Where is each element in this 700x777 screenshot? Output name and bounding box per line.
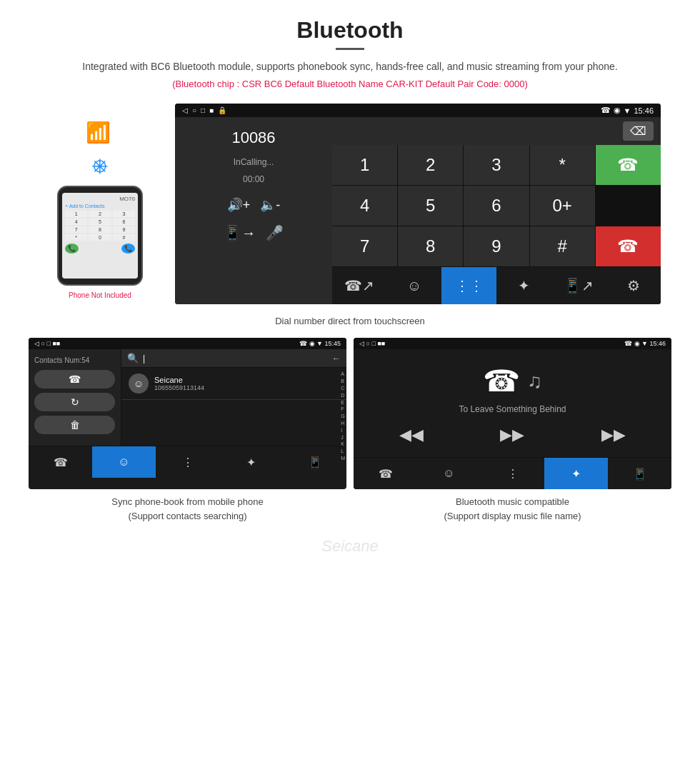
contacts-statusbar-left: ◁ ○ □ ■■ — [34, 340, 60, 347]
statusbar-info: ☎ ◉ ▼ 15:46 — [601, 106, 654, 115]
key-star[interactable]: * — [530, 145, 595, 185]
numpad-grid: 1 2 3 * ☎ 4 5 6 0+ 7 8 9 # ☎ — [332, 145, 661, 266]
phone-device-image: MO70 + Add to Contacts 1 2 3 4 5 6 7 8 9… — [57, 186, 143, 286]
mb-bluetooth-icon[interactable]: ✦ — [544, 458, 608, 489]
search-back-icon: ← — [331, 353, 341, 364]
contacts-bottom-bar: ☎ ☺ ⋮ ✦ 📱 — [29, 446, 346, 478]
music-statusbar-left: ◁ ○ □ ■■ — [359, 340, 385, 347]
key-5[interactable]: 5 — [398, 186, 463, 226]
calling-status: InCalling... — [186, 157, 321, 167]
end-call-button[interactable]: ☎ — [596, 226, 661, 266]
contacts-caption-line2: (Support contacts searching) — [128, 511, 246, 521]
dialer-number-display: 10086 — [186, 129, 321, 147]
contacts-caption: Sync phone-book from mobile phone (Suppo… — [29, 495, 346, 534]
alpha-index: ABC DEF GHI JKL M — [341, 371, 345, 461]
transfer-button[interactable]: 📱→ — [224, 224, 256, 241]
notification-icon: ■ — [209, 106, 214, 114]
bluetooth-icon: 📶 — [86, 121, 111, 144]
search-input-display: | — [143, 354, 327, 364]
bottom-settings-icon[interactable]: ⚙ — [606, 267, 661, 304]
dialer-bottom-bar: ☎↗ ☺ ⋮⋮ ✦ 📱↗ ⚙ — [332, 266, 661, 304]
call-button[interactable]: ☎ — [596, 145, 661, 185]
phone-screen-top: MO70 — [65, 196, 135, 202]
lower-captions: Sync phone-book from mobile phone (Suppo… — [0, 495, 700, 534]
cb-phone-icon[interactable]: ☎ — [29, 446, 92, 478]
key-1[interactable]: 1 — [332, 145, 397, 185]
call-timer: 00:00 — [186, 174, 321, 184]
backspace-button[interactable]: ⌫ — [623, 121, 654, 141]
key-6[interactable]: 6 — [464, 186, 529, 226]
ch-icon: ○ — [41, 340, 45, 347]
mb-transfer-icon[interactable]: 📱 — [608, 458, 671, 489]
phone-not-included-label: Phone Not Included — [69, 291, 131, 299]
key-0plus[interactable]: 0+ — [530, 186, 595, 226]
cb-contacts-icon[interactable]: ☺ — [92, 446, 156, 478]
mb-phone-icon[interactable]: ☎ — [354, 458, 417, 489]
prev-track-button[interactable]: ◀◀ — [399, 426, 424, 444]
wifi-icon: ▼ — [624, 106, 631, 115]
key-2[interactable]: 2 — [398, 145, 463, 185]
mini-numpad: 1 2 3 4 5 6 7 8 9 * 0 # — [65, 211, 135, 241]
phone-screen: MO70 + Add to Contacts 1 2 3 4 5 6 7 8 9… — [62, 193, 138, 279]
contacts-caption-line1: Sync phone-book from mobile phone — [111, 496, 263, 507]
bottom-bluetooth-icon[interactable]: ✦ — [496, 267, 551, 304]
key-hash[interactable]: # — [530, 226, 595, 266]
statusbar-nav: ◁ ○ □ ■ 🔒 — [182, 106, 226, 114]
back-icon: ◁ — [182, 106, 188, 114]
cr-icon: □ — [46, 340, 50, 347]
page-title: Bluetooth — [14, 17, 686, 44]
vol-up-button[interactable]: 🔊+ — [227, 197, 251, 213]
cb-transfer-icon[interactable]: 📱 — [283, 446, 346, 478]
play-pause-button[interactable]: ▶▶ — [500, 426, 524, 444]
lower-screens-area: ◁ ○ □ ■■ ☎ ◉ ▼ 15:45 Contacts Num:54 ☎ ↻… — [0, 338, 700, 489]
music-caption: Bluetooth music compatible (Support disp… — [354, 495, 671, 534]
next-track-button[interactable]: ▶▶ — [601, 426, 626, 444]
contact-avatar: ☺ — [129, 374, 149, 393]
bottom-transfer-icon[interactable]: 📱↗ — [551, 267, 606, 304]
header-description: Integrated with BC6 Bluetooth module, su… — [14, 59, 686, 74]
key-3[interactable]: 3 — [464, 145, 529, 185]
bottom-phone-icon[interactable]: ☎↗ — [332, 267, 387, 304]
page-header: Bluetooth Integrated with BC6 Bluetooth … — [0, 0, 700, 104]
contacts-sidebar: Contacts Num:54 ☎ ↻ 🗑 — [29, 349, 121, 446]
contacts-search-bar[interactable]: 🔍 | ← — [121, 349, 346, 368]
recents-icon: □ — [201, 106, 205, 114]
call-action-button[interactable]: ☎ — [34, 370, 115, 388]
contact-number: 10655059113144 — [154, 384, 339, 391]
key-8[interactable]: 8 — [398, 226, 463, 266]
mb-dialpad-icon[interactable]: ⋮ — [481, 458, 544, 489]
cb-bluetooth-icon[interactable]: ✦ — [219, 446, 283, 478]
mb-contacts-icon[interactable]: ☺ — [417, 458, 481, 489]
music-icon-area: ☎ ♫ — [483, 364, 542, 398]
contacts-screen: ◁ ○ □ ■■ ☎ ◉ ▼ 15:45 Contacts Num:54 ☎ ↻… — [29, 338, 346, 489]
bottom-dialpad-icon[interactable]: ⋮⋮ — [441, 267, 496, 304]
delete-action-button[interactable]: 🗑 — [34, 416, 115, 434]
bottom-contacts-icon[interactable]: ☺ — [387, 267, 442, 304]
cb-dialpad-icon[interactable]: ⋮ — [156, 446, 219, 478]
phone-bottom-btns: 📞 📞 — [65, 244, 135, 254]
music-body: ☎ ♫ To Leave Something Behind ◀◀ ▶▶ ▶▶ — [354, 349, 671, 457]
bluetooth-signal-icon: 📶 — [86, 109, 114, 144]
home-icon: ○ — [192, 106, 196, 114]
key-9[interactable]: 9 — [464, 226, 529, 266]
music-caption-line1: Bluetooth music compatible — [456, 496, 569, 507]
phone-status-icon: ☎ — [601, 106, 611, 115]
mute-button[interactable]: 🎤 — [266, 224, 284, 241]
music-bottom-bar: ☎ ☺ ⋮ ✦ 📱 — [354, 457, 671, 489]
key-7[interactable]: 7 — [332, 226, 397, 266]
dialer-left-panel: 10086 InCalling... 00:00 🔊+ 🔈- 📱→ 🎤 — [175, 117, 332, 304]
title-divider — [336, 48, 364, 50]
numpad-area: ⌫ 1 2 3 * ☎ 4 5 6 0+ 7 8 9 — [332, 117, 661, 304]
sync-action-button[interactable]: ↻ — [34, 393, 115, 411]
dial-caption: Dial number direct from touchscreen — [0, 310, 700, 338]
lock-icon: 🔒 — [218, 106, 226, 114]
vol-down-button[interactable]: 🔈- — [260, 197, 280, 213]
dialer-statusbar: ◁ ○ □ ■ 🔒 ☎ ◉ ▼ 15:46 — [175, 104, 661, 117]
key-4[interactable]: 4 — [332, 186, 397, 226]
contacts-statusbar: ◁ ○ □ ■■ ☎ ◉ ▼ 15:45 — [29, 338, 346, 349]
contact-list-item[interactable]: ☺ Seicane 10655059113144 — [121, 368, 346, 400]
music-screen: ◁ ○ □ ■■ ☎ ◉ ▼ 15:46 ☎ ♫ To Leave Someth… — [354, 338, 671, 489]
music-caption-line2: (Support display music file name) — [444, 511, 581, 521]
dialer-body: 10086 InCalling... 00:00 🔊+ 🔈- 📱→ 🎤 ⌫ — [175, 117, 661, 304]
contacts-empty-area — [121, 400, 346, 443]
